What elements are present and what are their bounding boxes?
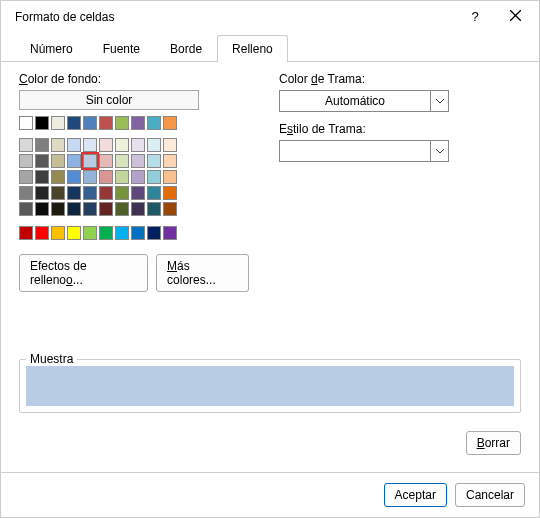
color-swatch[interactable] [163, 226, 177, 240]
color-swatch[interactable] [147, 226, 161, 240]
color-swatch[interactable] [67, 226, 81, 240]
pattern-style-label: Estilo de Trama: [279, 122, 521, 136]
fill-effects-button[interactable]: Efectos de rellenoo... [19, 254, 148, 292]
color-swatch[interactable] [115, 186, 129, 200]
color-swatch[interactable] [99, 226, 113, 240]
color-swatch[interactable] [51, 226, 65, 240]
color-swatch[interactable] [35, 226, 49, 240]
color-swatch[interactable] [99, 202, 113, 216]
dialog-footer: Aceptar Cancelar [1, 472, 539, 517]
color-swatch[interactable] [147, 138, 161, 152]
color-swatch[interactable] [19, 226, 33, 240]
ok-button[interactable]: Aceptar [384, 483, 447, 507]
no-color-button[interactable]: Sin color [19, 90, 199, 110]
color-swatch[interactable] [163, 138, 177, 152]
color-swatch[interactable] [83, 202, 97, 216]
color-swatch[interactable] [35, 202, 49, 216]
color-swatch[interactable] [163, 170, 177, 184]
color-swatch[interactable] [131, 186, 145, 200]
color-swatch[interactable] [131, 170, 145, 184]
tab-fuente[interactable]: Fuente [88, 35, 155, 62]
color-swatch[interactable] [67, 170, 81, 184]
sample-label: Muestra [26, 352, 77, 366]
color-swatch[interactable] [99, 138, 113, 152]
pattern-color-value: Automático [280, 91, 430, 111]
color-palette [19, 138, 249, 216]
color-swatch[interactable] [115, 154, 129, 168]
color-swatch[interactable] [99, 116, 113, 130]
background-color-label: Color de fondo: [19, 72, 249, 86]
pattern-style-value [280, 141, 430, 161]
color-swatch[interactable] [51, 186, 65, 200]
color-swatch[interactable] [147, 186, 161, 200]
pattern-style-dropdown[interactable] [279, 140, 449, 162]
color-swatch[interactable] [19, 202, 33, 216]
color-swatch[interactable] [51, 170, 65, 184]
color-swatch[interactable] [115, 226, 129, 240]
pattern-color-dropdown[interactable]: Automático [279, 90, 449, 112]
color-swatch[interactable] [131, 138, 145, 152]
close-button[interactable] [503, 9, 527, 24]
color-swatch[interactable] [19, 154, 33, 168]
color-swatch[interactable] [35, 138, 49, 152]
sample-section: Muestra [19, 351, 521, 413]
dialog-title: Formato de celdas [15, 10, 114, 24]
color-swatch[interactable] [147, 116, 161, 130]
tab-relleno[interactable]: Relleno [217, 35, 288, 62]
color-swatch[interactable] [51, 202, 65, 216]
color-swatch[interactable] [19, 138, 33, 152]
titlebar: Formato de celdas ? [1, 1, 539, 28]
color-swatch[interactable] [131, 116, 145, 130]
tab-numero[interactable]: Número [15, 35, 88, 62]
color-swatch[interactable] [19, 170, 33, 184]
color-swatch[interactable] [115, 170, 129, 184]
color-swatch[interactable] [35, 116, 49, 130]
color-swatch[interactable] [131, 226, 145, 240]
clear-button[interactable]: Borrar [466, 431, 521, 455]
color-swatch[interactable] [163, 116, 177, 130]
color-swatch[interactable] [19, 116, 33, 130]
color-swatch[interactable] [147, 202, 161, 216]
color-swatch[interactable] [67, 138, 81, 152]
color-swatch[interactable] [115, 138, 129, 152]
color-swatch[interactable] [83, 170, 97, 184]
color-swatch[interactable] [163, 186, 177, 200]
color-swatch[interactable] [83, 116, 97, 130]
tab-bar: Número Fuente Borde Relleno [1, 34, 539, 62]
color-swatch[interactable] [83, 154, 97, 168]
color-swatch[interactable] [83, 226, 97, 240]
color-swatch[interactable] [115, 202, 129, 216]
color-swatch[interactable] [83, 138, 97, 152]
color-swatch[interactable] [67, 186, 81, 200]
tab-borde[interactable]: Borde [155, 35, 217, 62]
color-swatch[interactable] [35, 170, 49, 184]
color-swatch[interactable] [131, 202, 145, 216]
chevron-down-icon[interactable] [430, 91, 448, 111]
color-swatch[interactable] [35, 186, 49, 200]
color-swatch[interactable] [35, 154, 49, 168]
color-swatch[interactable] [51, 138, 65, 152]
color-swatch[interactable] [19, 186, 33, 200]
sample-preview [26, 366, 514, 406]
chevron-down-icon[interactable] [430, 141, 448, 161]
color-swatch[interactable] [131, 154, 145, 168]
color-swatch[interactable] [51, 116, 65, 130]
color-swatch[interactable] [115, 116, 129, 130]
color-swatch[interactable] [99, 154, 113, 168]
color-swatch[interactable] [163, 202, 177, 216]
color-swatch[interactable] [99, 186, 113, 200]
color-swatch[interactable] [83, 186, 97, 200]
color-swatch[interactable] [67, 154, 81, 168]
standard-color-row [19, 226, 249, 240]
cancel-button[interactable]: Cancelar [455, 483, 525, 507]
help-button[interactable]: ? [463, 9, 487, 24]
color-swatch[interactable] [67, 116, 81, 130]
color-swatch[interactable] [163, 154, 177, 168]
color-swatch[interactable] [67, 202, 81, 216]
color-swatch[interactable] [147, 154, 161, 168]
color-swatch[interactable] [99, 170, 113, 184]
more-colors-button[interactable]: Más colores... [156, 254, 249, 292]
format-cells-dialog: Formato de celdas ? Número Fuente Borde … [0, 0, 540, 518]
color-swatch[interactable] [147, 170, 161, 184]
color-swatch[interactable] [51, 154, 65, 168]
